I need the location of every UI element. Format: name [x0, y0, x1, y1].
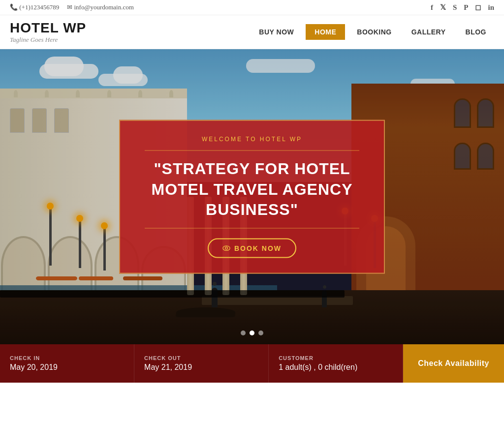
- nav-home[interactable]: HOME: [306, 24, 345, 40]
- linkedin-link[interactable]: in: [488, 3, 494, 12]
- check-in-label: CHECK IN: [10, 355, 124, 361]
- logo-tagline: Tagline Goes Here: [10, 36, 86, 44]
- phone-icon: 📞: [10, 3, 19, 11]
- booking-bar: CHECK IN May 20, 2019 CHECK OUT May 21, …: [0, 344, 504, 383]
- dot-1[interactable]: [241, 331, 246, 335]
- hero-card: WELCOME TO HOTEL WP "STRATEGY FOR HOTEL …: [119, 120, 385, 274]
- hero-section: WELCOME TO HOTEL WP "STRATEGY FOR HOTEL …: [0, 49, 504, 344]
- logo: HOTEL WP Tagline Goes Here: [10, 20, 86, 44]
- check-in-value: May 20, 2019: [10, 363, 124, 372]
- facebook-link[interactable]: f: [431, 3, 433, 12]
- customer-section[interactable]: CUSTOMER 1 adult(s) , 0 child(ren): [269, 344, 403, 383]
- nav-blog[interactable]: BLOG: [458, 24, 494, 40]
- phone-number: 📞 (+1)123456789: [10, 3, 59, 11]
- instagram-link[interactable]: ◻: [475, 3, 481, 12]
- svg-point-1: [225, 247, 228, 249]
- email-address: ✉ info@yourdomain.com: [67, 3, 134, 11]
- main-nav: BUY NOW HOME BOOKING GALLERY BLOG: [251, 24, 494, 40]
- hero-subtitle: WELCOME TO HOTEL WP: [145, 136, 359, 143]
- slider-dots: [241, 331, 263, 335]
- customer-label: CUSTOMER: [279, 355, 393, 361]
- check-availability-button[interactable]: Check Availability: [403, 344, 504, 383]
- check-in-section[interactable]: CHECK IN May 20, 2019: [0, 344, 134, 383]
- check-out-section[interactable]: CHECK OUT May 21, 2019: [134, 344, 269, 383]
- hero-divider-bottom: [145, 228, 359, 228]
- customer-value: 1 adult(s) , 0 child(ren): [279, 363, 393, 372]
- hero-divider-top: [145, 150, 359, 151]
- top-bar: 📞 (+1)123456789 ✉ info@yourdomain.com f …: [0, 0, 504, 15]
- nav-booking[interactable]: BOOKING: [349, 24, 399, 40]
- email-icon: ✉: [67, 3, 74, 11]
- header: HOTEL WP Tagline Goes Here BUY NOW HOME …: [0, 15, 504, 49]
- check-out-label: CHECK OUT: [144, 355, 258, 361]
- hero-title: "STRATEGY FOR HOTEL MOTEL TRAVEL AGENCY …: [145, 159, 359, 220]
- top-bar-left: 📞 (+1)123456789 ✉ info@yourdomain.com: [10, 3, 134, 11]
- dot-3[interactable]: [258, 331, 263, 335]
- dot-2[interactable]: [250, 331, 254, 335]
- logo-title: HOTEL WP: [10, 20, 86, 36]
- skype-link[interactable]: S: [453, 3, 457, 12]
- twitter-link[interactable]: 𝕏: [440, 3, 446, 12]
- nav-buy-now[interactable]: BUY NOW: [251, 24, 302, 40]
- eye-icon: [222, 244, 230, 252]
- check-out-value: May 21, 2019: [144, 363, 258, 372]
- svg-point-0: [223, 246, 230, 251]
- book-now-button[interactable]: BOOK NOW: [208, 238, 296, 258]
- social-links: f 𝕏 S P ◻ in: [431, 3, 494, 12]
- pinterest-link[interactable]: P: [464, 3, 468, 12]
- nav-gallery[interactable]: GALLERY: [404, 24, 454, 40]
